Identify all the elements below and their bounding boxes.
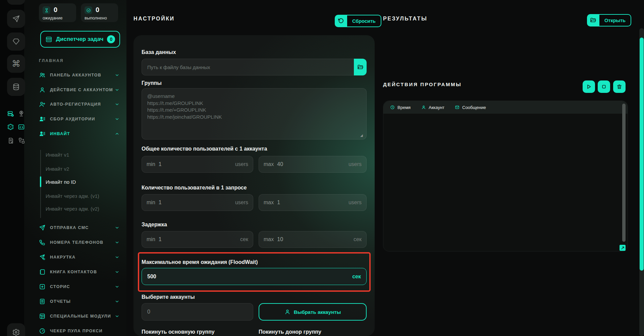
reset-button[interactable]: Сбросить [335,15,381,27]
total-users-max-field[interactable]: max users [259,156,367,173]
database-path-field[interactable] [142,59,354,75]
bot-settings-icon[interactable] [7,123,14,130]
users-per-request-min-input[interactable] [159,200,179,206]
pending-count: 0 [54,6,57,14]
total-users-min-field[interactable]: min users [142,156,253,173]
delay-max-input[interactable] [277,236,297,242]
total-users-min-input[interactable] [159,161,179,167]
table-header-row: Время Аккаунт Сообщение [383,101,628,114]
sidebar-item-phone-numbers[interactable]: НОМЕРА ТЕЛЕФОНОВ [39,237,119,248]
column-account: Аккаунт [421,105,455,110]
program-actions-table: Время Аккаунт Сообщение [383,101,628,251]
total-users-max-input[interactable] [277,161,297,167]
sidebar-item-audience-collection[interactable]: СБОР АУДИТОРИИ [39,113,119,125]
table-resize-grip[interactable] [620,245,626,251]
database-nav-button[interactable] [7,78,25,96]
submenu-active-bar [40,176,41,187]
database-label: База данных [142,49,176,55]
stop-icon [601,84,607,90]
gem-icon [12,38,20,46]
chevron-down-icon [115,225,119,230]
rail-button-partial[interactable] [7,0,25,5]
users-per-request-max-field[interactable]: max users [259,194,367,211]
swap-modules-icon[interactable] [18,137,25,144]
database-field-row [142,59,367,75]
submenu-invite-v1[interactable]: Инвайт v1 [46,150,69,159]
account-camera-icon[interactable] [18,110,25,117]
settings-title: НАСТРОЙКИ [133,16,175,22]
command-nav-button[interactable]: ⌘ [7,55,25,73]
accounts-count-input[interactable] [147,309,248,315]
command-icon: ⌘ [12,59,20,68]
results-title: РЕЗУЛЬТАТЫ [383,16,427,22]
page-scrollbar-thumb[interactable] [640,38,644,271]
program-actions-title: ДЕЙСТВИЯ ПРОГРАММЫ [383,81,462,87]
sidebar-item-account-action[interactable]: ДЕЙСТВИЕ С АККАУНТОМ [39,84,119,96]
submenu-invite-by-id[interactable]: Инвайт по ID [46,177,76,186]
stop-button[interactable] [598,80,610,93]
chevron-down-icon [115,117,119,121]
clipboard-check-icon[interactable] [7,137,14,144]
open-button[interactable]: Открыть [587,14,631,26]
report-icon [39,298,46,305]
sidebar-item-invite[interactable]: ИНВАЙТ [39,128,119,139]
chevron-down-icon [115,314,119,319]
floodwait-field[interactable]: сек [142,268,367,285]
task-manager-button[interactable]: Диспетчер задач 0 [40,31,120,48]
sidebar-item-proxy-pool-checker[interactable]: ЧЕКЕР ПУЛА ПРОКСИ [39,325,119,336]
start-button[interactable] [583,80,595,93]
done-counter: 0 выполнено [81,3,118,22]
sidebar-item-stories[interactable]: СТОРИС [39,281,119,292]
section-label-main: ГЛАВНАЯ [39,58,64,63]
floodwait-input[interactable] [147,274,352,280]
sidebar-item-special-modules[interactable]: СПЕЦИАЛЬНЫЕ МОДУЛИ [39,311,119,322]
sidebar-item-send-sms[interactable]: ОТПРАВКА СМС [39,222,119,233]
users-per-request-label: Количество пользователей в 1 запросе [142,185,247,191]
gauge-icon [39,328,46,334]
submenu-invite-admin-v2[interactable]: Инвайт через адм. (v2) [46,204,99,213]
reset-button-label: Сбросить [347,15,381,27]
accounts-count-field[interactable] [142,303,253,321]
settings-rail-button[interactable] [7,323,25,336]
premium-nav-button[interactable] [7,33,25,51]
paper-plane-plus-icon [39,254,46,261]
user-plus-icon [39,101,46,108]
sidebar-item-boosting[interactable]: НАКРУТКА [39,251,119,263]
chevron-down-icon [115,240,119,245]
sidebar-item-accounts-panel[interactable]: ПАНЕЛЬ АККАУНТОВ [39,69,119,81]
pending-label: ожидание [43,15,63,20]
table-scrollbar-thumb[interactable] [622,104,626,242]
chevron-down-icon [115,299,119,304]
clear-log-button[interactable] [613,80,626,93]
submenu-invite-v2[interactable]: Инвайт v2 [46,164,69,173]
user-icon [421,105,426,110]
server-check-icon[interactable] [7,110,14,117]
accounts-label: Выберите аккаунты [142,294,195,300]
sidebar-item-auto-registration[interactable]: АВТО-РЕГИСТРАЦИЯ [39,99,119,110]
database-path-input[interactable] [142,64,354,70]
open-button-label: Открыть [599,14,631,26]
code-window-icon[interactable] [18,123,25,130]
users-per-request-min-field[interactable]: min users [142,194,253,211]
chevron-down-icon [115,73,119,77]
select-accounts-button[interactable]: Выбрать аккаунты [259,303,367,321]
send-nav-button[interactable] [7,10,25,28]
browse-database-button[interactable] [354,59,367,75]
delay-min-input[interactable] [159,236,179,242]
check-circle-icon [85,6,92,14]
users-per-request-max-input[interactable] [277,200,297,206]
resize-arrow-icon [621,246,625,250]
select-accounts-label: Выбрать аккаунты [294,309,341,315]
sidebar-item-contact-book[interactable]: КНИГА КОНТАКТОВ [39,266,119,278]
plus-square-icon [39,283,46,290]
chevron-down-icon [115,102,119,107]
submenu-invite-admin-v1[interactable]: Инвайт через адм. (v1) [46,191,99,200]
done-count: 0 [96,6,99,14]
paper-plane-icon [12,15,20,23]
delay-label: Задержка [142,222,167,228]
play-icon [586,84,592,90]
delay-min-field[interactable]: min сек [142,231,253,248]
groups-textarea[interactable] [142,88,367,139]
delay-max-field[interactable]: max сек [259,231,367,248]
sidebar-item-reports[interactable]: ОТЧЕТЫ [39,296,119,307]
